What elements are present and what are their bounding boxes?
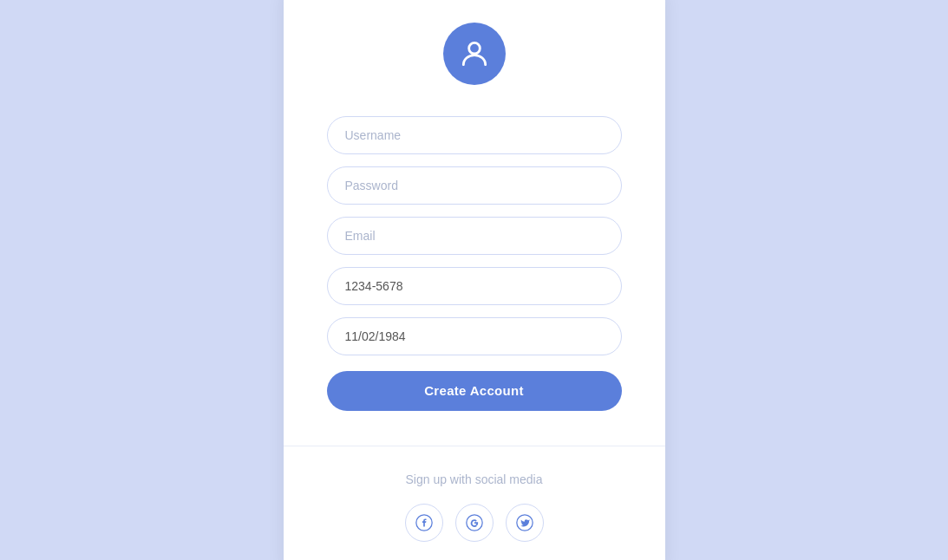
twitter-icon (516, 514, 533, 531)
svg-point-0 (468, 42, 480, 54)
password-input[interactable] (327, 166, 622, 205)
create-account-button[interactable]: Create Account (327, 371, 622, 411)
email-input[interactable] (327, 217, 622, 255)
card-bottom: Sign up with social media (284, 446, 665, 561)
social-label: Sign up with social media (406, 472, 543, 486)
username-input[interactable] (327, 116, 622, 154)
signup-card: Create Account Sign up with social media (284, 0, 665, 560)
form-fields: Create Account (327, 116, 622, 411)
twitter-button[interactable] (506, 504, 544, 542)
social-icons (405, 504, 544, 542)
user-icon (458, 37, 491, 70)
facebook-icon (415, 514, 433, 531)
facebook-button[interactable] (405, 504, 443, 542)
phone-input[interactable] (327, 267, 622, 305)
google-icon (466, 514, 483, 531)
card-top: Create Account (284, 0, 665, 446)
dob-input[interactable] (327, 317, 622, 355)
avatar (443, 23, 506, 85)
google-button[interactable] (455, 504, 494, 542)
